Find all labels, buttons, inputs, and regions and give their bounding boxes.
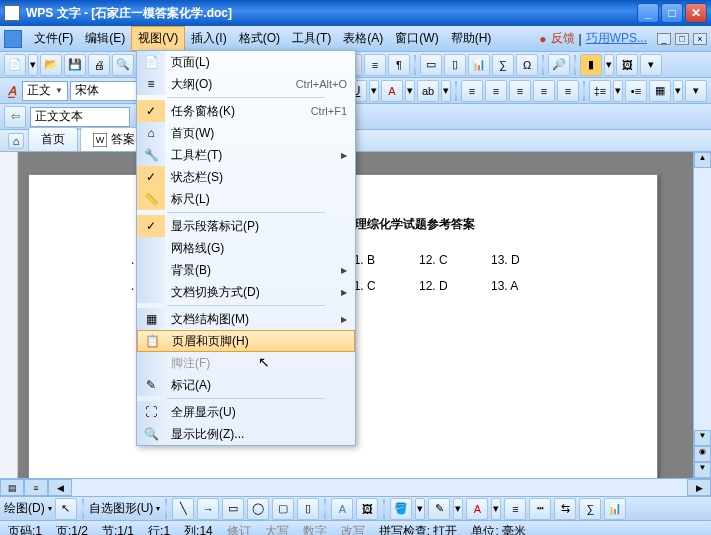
more-fmt[interactable]: ▾ (685, 80, 707, 102)
menu-docmap[interactable]: ▦文档结构图(M)▶ (137, 308, 355, 330)
autoshapes-label[interactable]: 自选图形(U) (89, 500, 154, 517)
chart2[interactable]: 📊 (604, 498, 626, 520)
menu-home[interactable]: ⌂首页(W) (137, 122, 355, 144)
preview-button[interactable]: 🔍 (112, 54, 134, 76)
menu-edit[interactable]: 编辑(E) (79, 27, 131, 50)
outline-button[interactable]: ≡ (364, 54, 386, 76)
equation-button[interactable]: ∑ (492, 54, 514, 76)
drawing-label[interactable]: 绘图(D) (4, 500, 45, 517)
promote-button[interactable]: ⇦ (4, 106, 26, 128)
picture-tool[interactable]: 🖼 (356, 498, 378, 520)
prev-page[interactable]: ◉ (694, 446, 711, 462)
vertical-ruler[interactable] (0, 152, 18, 478)
menu-ruler[interactable]: 📏标尺(L) (137, 188, 355, 210)
border-button[interactable]: ▦ (649, 80, 671, 102)
open-button[interactable]: 📂 (40, 54, 62, 76)
menu-taskpane[interactable]: ✓任务窗格(K)Ctrl+F1 (137, 100, 355, 122)
status-over[interactable]: 改写 (341, 523, 365, 535)
status-track[interactable]: 修订 (227, 523, 251, 535)
linespace-button[interactable]: ‡≡ (589, 80, 611, 102)
menu-page-view[interactable]: 📄页面(L) (137, 51, 355, 73)
mdi-close[interactable]: × (693, 33, 707, 45)
vertical-scrollbar[interactable]: ▲ ▼ ◉ ▼ (693, 152, 711, 478)
wordart-tool[interactable]: A (331, 498, 353, 520)
pilcrow-button[interactable]: ¶ (388, 54, 410, 76)
new-button[interactable]: 📄 (4, 54, 26, 76)
scroll-up[interactable]: ▲ (694, 152, 711, 168)
menu-zoom[interactable]: 🔍显示比例(Z)... (137, 423, 355, 445)
highlight1[interactable]: ▮ (580, 54, 602, 76)
print-button[interactable]: 🖨 (88, 54, 110, 76)
menu-header-footer[interactable]: 📋页眉和页脚(H) (137, 330, 355, 352)
new-dropdown[interactable]: ▾ (28, 54, 38, 76)
mdi-restore[interactable]: □ (675, 33, 689, 45)
more-button[interactable]: ▾ (640, 54, 662, 76)
align-right[interactable]: ≡ (509, 80, 531, 102)
chart-button[interactable]: 📊 (468, 54, 490, 76)
line-tool[interactable]: ╲ (172, 498, 194, 520)
save-button[interactable]: 💾 (64, 54, 86, 76)
menu-help[interactable]: 帮助(H) (445, 27, 498, 50)
image-button[interactable]: 🖼 (616, 54, 638, 76)
menu-paramarks[interactable]: ✓显示段落标记(P) (137, 215, 355, 237)
menu-fullscreen[interactable]: ⛶全屏显示(U) (137, 401, 355, 423)
fill-color[interactable]: 🪣 (390, 498, 412, 520)
textbox-h[interactable]: ▭ (420, 54, 442, 76)
menu-window[interactable]: 窗口(W) (389, 27, 444, 50)
tab-home[interactable]: 首页 (28, 127, 78, 151)
wps-logo-icon[interactable] (4, 30, 22, 48)
textbox-v[interactable]: ▯ (444, 54, 466, 76)
status-unit[interactable]: 单位: 毫米 (471, 523, 526, 535)
maximize-button[interactable]: □ (661, 3, 683, 23)
menu-table[interactable]: 表格(A) (337, 27, 389, 50)
menu-insert[interactable]: 插入(I) (185, 27, 232, 50)
fontcolor-button[interactable]: A (381, 80, 403, 102)
align-left[interactable]: ≡ (461, 80, 483, 102)
outline-level-combo[interactable]: 正文文本 (30, 107, 130, 127)
highlight-button[interactable]: ab (417, 80, 439, 102)
menu-background[interactable]: 背景(B)▶ (137, 259, 355, 281)
font-color2[interactable]: A (466, 498, 488, 520)
line-weight[interactable]: ≡ (504, 498, 526, 520)
vtextbox-tool[interactable]: ▯ (297, 498, 319, 520)
scroll-right[interactable]: ▶ (687, 479, 711, 496)
status-spell[interactable]: 拼写检查: 打开 (379, 523, 458, 535)
arrow-style[interactable]: ⇆ (554, 498, 576, 520)
textbox-tool[interactable]: ▢ (272, 498, 294, 520)
minimize-button[interactable]: _ (637, 3, 659, 23)
mdi-minimize[interactable]: _ (657, 33, 671, 45)
menu-statusbar[interactable]: ✓状态栏(S) (137, 166, 355, 188)
scroll-down[interactable]: ▼ (694, 430, 711, 446)
equation2[interactable]: ∑ (579, 498, 601, 520)
feedback-link[interactable]: 反馈 (551, 30, 575, 47)
style-combo[interactable]: 正文▼ (22, 81, 68, 101)
menu-switchmode[interactable]: 文档切换方式(D)▶ (137, 281, 355, 303)
arrow-tool[interactable]: → (197, 498, 219, 520)
horizontal-scrollbar[interactable]: ▤ ≡ ◀ ▶ (0, 478, 711, 496)
align-justify[interactable]: ≡ (533, 80, 555, 102)
menu-toolbars[interactable]: 🔧工具栏(T)▶ (137, 144, 355, 166)
close-button[interactable]: ✕ (685, 3, 707, 23)
symbol-button[interactable]: Ω (516, 54, 538, 76)
menu-outline-view[interactable]: ≡大纲(O)Ctrl+Alt+O (137, 73, 355, 95)
view-outline-icon[interactable]: ≡ (24, 479, 48, 496)
find-button[interactable]: 🔎 (548, 54, 570, 76)
dash-style[interactable]: ┅ (529, 498, 551, 520)
align-dist[interactable]: ≡ (557, 80, 579, 102)
menu-file[interactable]: 文件(F) (28, 27, 79, 50)
next-page[interactable]: ▼ (694, 462, 711, 478)
tab-home-icon[interactable]: ⌂ (8, 133, 24, 149)
menu-gridlines[interactable]: 网格线(G) (137, 237, 355, 259)
view-page-icon[interactable]: ▤ (0, 479, 24, 496)
promo-link[interactable]: 巧用WPS... (586, 30, 647, 47)
scroll-left[interactable]: ◀ (48, 479, 72, 496)
status-num[interactable]: 数字 (303, 523, 327, 535)
bullets-button[interactable]: •≡ (625, 80, 647, 102)
line-color[interactable]: ✎ (428, 498, 450, 520)
status-caps[interactable]: 大写 (265, 523, 289, 535)
menu-format[interactable]: 格式(O) (233, 27, 286, 50)
menu-markup[interactable]: ✎标记(A) (137, 374, 355, 396)
menu-tools[interactable]: 工具(T) (286, 27, 337, 50)
rect-tool[interactable]: ▭ (222, 498, 244, 520)
select-arrow[interactable]: ↖ (55, 498, 77, 520)
